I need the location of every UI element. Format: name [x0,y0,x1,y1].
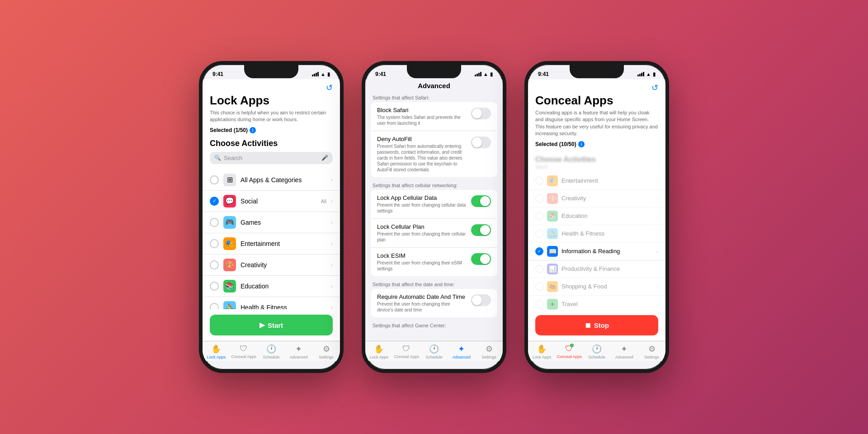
toggle-deny-autofill[interactable] [471,137,491,148]
list-item[interactable]: 🎮 Games › [203,212,340,233]
activity-name: Games [241,219,326,226]
tab-label: Settings [319,355,334,359]
check-circle[interactable] [210,260,219,269]
check-circle[interactable] [210,239,219,248]
toggle-lock-cellular-plan[interactable] [471,224,491,236]
info-icon-3[interactable]: i [578,141,585,147]
wifi-icon-3: ▲ [646,71,651,77]
mic-icon-1[interactable]: 🎤 [321,155,328,161]
setting-text: Deny AutoFill Prevent Safari from automa… [377,136,467,173]
conceal-check[interactable] [535,194,543,203]
setting-row-auto-datetime: Require Automatic Date And Time Prevent … [371,289,497,317]
conceal-check[interactable] [535,212,543,220]
tab-schedule-3[interactable]: 🕐 Schedule [583,344,611,359]
check-circle[interactable] [210,218,219,227]
tab-label: Advanced [290,355,308,359]
search-icon-1: 🔍 [214,155,221,161]
toggle-block-safari[interactable] [471,108,491,119]
toggle-lock-esim[interactable] [471,253,491,265]
tab-conceal-apps[interactable]: 🛡 Conceal Apps [230,344,258,359]
tab-schedule-2[interactable]: 🕐 Schedule [420,344,448,359]
activity-icon: 📚 [223,280,236,292]
list-item[interactable]: ✓ 💬 Social All › [203,191,340,212]
conceal-check[interactable] [535,300,543,308]
activity-name: All Apps & Categories [241,176,326,184]
tab-lock-apps-2[interactable]: ✋ Lock Apps [365,344,393,359]
tab-conceal-apps-3[interactable]: 🛡 Conceal Apps [556,344,583,359]
tab-label: Settings [644,355,659,359]
conceal-check[interactable] [535,265,543,273]
tab-label: Settings [481,355,496,359]
tab-advanced-2[interactable]: ✦ Advanced [448,344,475,359]
list-item[interactable]: 🚴 Health & Fitness › [203,297,340,309]
list-item[interactable]: 🎭 Entertainment › [528,172,665,190]
conceal-check[interactable] [535,283,543,291]
list-item[interactable]: 🎨 Creativity › [528,190,665,208]
tab-settings-2[interactable]: ⚙ Settings [475,344,503,359]
check-circle[interactable] [210,303,219,309]
activity-icon: 💬 [223,195,236,208]
search-bar-1[interactable]: 🔍 Search 🎤 [210,152,333,164]
list-item-selected[interactable]: ✓ 📖 Information & Reading › [528,243,665,260]
search-placeholder-1: Search [224,155,319,161]
chevron-icon: › [656,196,658,201]
tab-label: Schedule [425,355,443,359]
list-item[interactable]: 🎨 Creativity › [203,255,340,276]
setting-row-lock-cellular-plan: Lock Cellular Plan Prevent the user from… [371,219,497,248]
activity-icon: 📚 [547,211,558,222]
conceal-check-filled[interactable]: ✓ [535,247,543,255]
setting-text: Block Safari The system hides Safari and… [377,107,467,126]
setting-desc: Prevent the user from changing their dev… [377,301,467,313]
signal-bars-2 [475,72,481,76]
refresh-icon-3[interactable]: ↺ [535,83,658,93]
page-title-3: Conceal Apps [535,94,658,108]
lock-apps-header: ↺ Lock Apps This choice is helpful when … [203,79,340,170]
check-circle-checked[interactable]: ✓ [210,197,219,206]
stop-button[interactable]: ⏹ Stop [535,315,658,335]
setting-row-block-safari: Block Safari The system hides Safari and… [371,102,497,131]
group-header-gamecenter: Settings that affect Game Center: [365,321,503,330]
activity-icon: 🎭 [547,175,558,186]
toggle-auto-datetime[interactable] [471,294,491,306]
list-item[interactable]: 🚴 Health & Fitness › [528,225,665,243]
activity-icon: 📖 [547,246,558,257]
setting-title: Lock ESIM [377,252,467,259]
list-item[interactable]: 🎭 Entertainment › [203,233,340,255]
tab-lock-apps-3[interactable]: ✋ Lock Apps [528,344,556,359]
tab-advanced-3[interactable]: ✦ Advanced [610,344,638,359]
check-circle[interactable] [210,282,219,291]
wifi-icon-1: ▲ [321,71,326,77]
blurred-subtitle: Sort it [535,165,658,170]
status-bar-2: 9:41 ▲ ▮ [365,65,503,79]
toggle-lock-app-cellular[interactable] [471,195,491,207]
list-item[interactable]: 📊 Productivity & Finance › [528,260,665,278]
battery-icon-3: ▮ [653,71,656,77]
tab-settings-3[interactable]: ⚙ Settings [638,344,665,359]
tab-lock-apps[interactable]: ✋ Lock Apps [203,344,230,359]
conceal-check[interactable] [535,230,543,238]
setting-title: Block Safari [377,107,467,113]
tab-bar-2: ✋ Lock Apps 🛡 Conceal Apps 🕐 Schedule ✦ … [365,341,503,361]
status-icons-3: ▲ ▮ [637,71,656,77]
tab-settings[interactable]: ⚙ Settings [312,344,340,359]
refresh-icon[interactable]: ↺ [210,83,333,93]
conceal-check[interactable] [535,177,543,185]
info-icon-1[interactable]: i [250,127,256,133]
list-item[interactable]: ⊞ All Apps & Categories › [203,170,340,191]
page-subtitle-1: This choice is helpful when you aim to r… [210,109,333,123]
list-item[interactable]: 📚 Education › [203,276,340,297]
tab-label: Lock Apps [207,355,226,359]
tab-schedule[interactable]: 🕐 Schedule [258,344,285,359]
list-item[interactable]: 📚 Education › [528,208,665,225]
tab-conceal-apps-2[interactable]: 🛡 Conceal Apps [393,344,420,359]
list-item[interactable]: ✈ Travel › [528,296,665,310]
tab-advanced[interactable]: ✦ Advanced [285,344,312,359]
tab-label: Lock Apps [533,355,552,359]
start-button[interactable]: ▶ Start [210,315,333,335]
list-item[interactable]: 🛍 Shopping & Food › [528,278,665,296]
shield-icon: 🛡 [240,344,248,354]
activity-icon: 🚴 [223,301,236,309]
check-circle[interactable] [210,175,219,184]
activity-icon: 🛍 [547,281,558,292]
conceal-apps-header: ↺ Conceal Apps Concealing apps is a feat… [528,79,665,153]
